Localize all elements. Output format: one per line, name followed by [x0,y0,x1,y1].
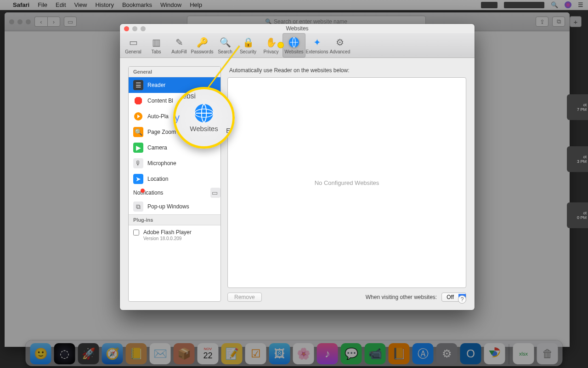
prefs-title: Websites [120,24,475,33]
dock-settings[interactable]: ⚙ [436,343,458,364]
dock-chrome[interactable] [484,343,505,364]
tab-extensions[interactable]: ✦Extensions [305,33,328,58]
help-button[interactable]: ? [458,295,466,304]
pencil-icon: ✎ [173,36,185,48]
tab-advanced[interactable]: ⚙Advanced [328,33,351,58]
dock-app[interactable]: 📦 [174,343,195,364]
siri-icon[interactable] [565,1,571,8]
sidebar-section-plugins: Plug-ins [129,214,220,225]
prefs-main: Automatically use Reader on the websites… [227,66,466,302]
prefs-toolbar: ▭General ▥Tabs ✎AutoFill 🔑Passwords 🔍Sea… [120,33,475,58]
menu-bookmarks[interactable]: Bookmarks [122,1,152,8]
dock-preview[interactable]: 🖼 [269,343,290,364]
dock-appstore[interactable]: Ⓐ [413,343,434,364]
back-button[interactable]: ‹ [34,17,47,27]
menubar: Safari File Edit View History Bookmarks … [0,0,588,10]
dock: 🙂 ◌ 🚀 🧭 📒 ✉️ 📦 NOV22 📝 ☑︎ 🖼 🌸 ♪ 💬 📹 📙 Ⓐ … [26,340,563,366]
zoom-icon: 🔍 [133,127,143,137]
puzzle-icon: ✦ [311,36,323,48]
badge-dot-icon [141,189,145,193]
menu-edit[interactable]: Edit [56,1,66,8]
dock-finder[interactable]: 🙂 [30,343,51,364]
lock-icon: 🔒 [242,36,254,48]
hand-icon: ✋ [265,36,277,48]
dock-mail[interactable]: ✉️ [150,343,171,364]
callout-right-text: E [226,126,231,134]
callout-dot [277,42,284,48]
plugin-name: Adobe Flash Player [143,229,192,236]
microphone-icon: 🎙 [133,158,143,168]
forward-button[interactable]: › [47,17,60,27]
empty-text: No Configured Websites [315,179,379,186]
dock-ibooks[interactable]: 📙 [389,343,410,364]
menu-help[interactable]: Help [190,1,202,8]
sidebar-toggle-button[interactable]: ▭ [64,17,77,27]
sidebar-item-location[interactable]: ➤Location [129,171,220,187]
status-item[interactable] [481,2,498,8]
main-heading: Automatically use Reader on the websites… [227,66,466,77]
svg-marker-1 [135,97,142,104]
sidebar-item-notifications[interactable]: ▭Notifications [129,187,220,199]
dock-itunes[interactable]: ♪ [317,343,338,364]
notification-stub: ot3 PM [567,146,588,172]
camera-icon: ▶ [133,143,143,153]
notification-center-icon[interactable]: ☰ [578,1,583,8]
tab-passwords[interactable]: 🔑Passwords [191,33,214,58]
share-button[interactable]: ⇪ [536,17,548,27]
dock-contacts[interactable]: 📒 [126,343,147,364]
prefs-content: General ☰Reader Content Bl Auto-Pla 🔍Pag… [120,58,475,310]
key-icon: 🔑 [196,36,208,48]
dock-launchpad[interactable]: 🚀 [78,343,99,364]
dock-reminders[interactable]: ☑︎ [245,343,266,364]
notifications-icon: ▭ [210,188,220,198]
sidebar-item-microphone[interactable]: 🎙Microphone [129,155,220,171]
tab-autofill[interactable]: ✎AutoFill [168,33,191,58]
new-tab-button[interactable]: + [570,16,582,27]
callout-magnifier: Websi Websites y E [173,87,235,149]
dock-file-xlsx[interactable]: xlsx [513,343,534,364]
globe-icon [288,36,300,48]
spotlight-icon[interactable]: 🔍 [551,1,558,8]
dock-calendar[interactable]: NOV22 [198,343,219,364]
search-icon: 🔍 [219,36,231,48]
remove-button[interactable]: Remove [227,293,262,302]
tabs-button[interactable]: ⧉ [552,17,565,27]
dock-siri[interactable]: ◌ [54,343,75,364]
app-name[interactable]: Safari [13,1,29,8]
preferences-window: Websites ▭General ▥Tabs ✎AutoFill 🔑Passw… [120,24,475,310]
tab-websites[interactable]: Websites [283,33,305,58]
dock-messages[interactable]: 💬 [341,343,362,364]
dock-notes[interactable]: 📝 [221,343,243,364]
sidebar-section-general: General [129,67,220,77]
dock-trash[interactable]: 🗑 [537,343,558,364]
traffic-lights[interactable] [9,19,31,24]
dock-separator [509,344,509,364]
reader-icon: ☰ [133,80,143,90]
websites-list[interactable]: No Configured Websites [227,77,466,288]
menu-history[interactable]: History [95,1,113,8]
plugin-flash-checkbox[interactable] [133,230,139,236]
status-item[interactable] [504,2,544,8]
sidebar-item-popup-windows[interactable]: ⧉Pop-up Windows [129,199,220,214]
tab-general[interactable]: ▭General [122,33,145,58]
notification-stub: ot7 PM [567,94,588,120]
play-icon [133,111,143,121]
tab-tabs[interactable]: ▥Tabs [145,33,168,58]
notification-stub: ot0 PM [567,202,588,228]
dock-safari[interactable]: 🧭 [102,343,123,364]
menu-window[interactable]: Window [160,1,181,8]
location-icon: ➤ [133,174,143,184]
dock-facetime[interactable]: 📹 [365,343,386,364]
plugin-flash-row[interactable]: Adobe Flash Player Version 18.0.0.209 [129,225,220,245]
other-websites-label: When visiting other websites: [366,294,437,300]
gear-icon: ⚙ [334,36,346,48]
callout-left-text: y [175,112,180,124]
stop-icon [133,96,143,106]
tab-security[interactable]: 🔒Security [237,33,260,58]
tabs-icon: ▥ [150,36,162,48]
dock-photos[interactable]: 🌸 [293,343,314,364]
menu-view[interactable]: View [74,1,87,8]
globe-icon [194,103,214,123]
dock-outlook[interactable]: O [460,343,481,364]
menu-file[interactable]: File [38,1,47,8]
